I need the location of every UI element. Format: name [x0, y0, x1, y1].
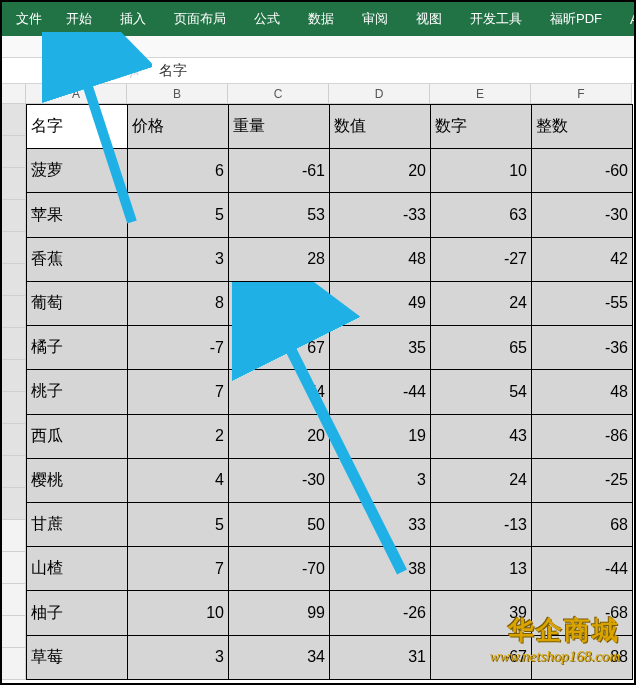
cell-value[interactable]: 10 — [128, 591, 229, 635]
cell-value[interactable]: -13 — [431, 502, 532, 546]
tab-insert[interactable]: 插入 — [106, 2, 160, 36]
cell-header[interactable]: 名字 — [27, 105, 128, 149]
fx-icon[interactable]: fx — [130, 63, 139, 79]
rowhead[interactable] — [2, 200, 26, 232]
cell-value[interactable]: 24 — [431, 458, 532, 502]
cell-value[interactable]: 74 — [229, 370, 330, 414]
confirm-icon[interactable]: ✓ — [111, 63, 122, 78]
cell-value[interactable]: -70 — [229, 547, 330, 591]
tab-formula[interactable]: 公式 — [240, 2, 294, 36]
colhead-f[interactable]: F — [531, 84, 632, 104]
tab-foxitpdf[interactable]: 福昕PDF — [536, 2, 616, 36]
cell-value[interactable]: 43 — [431, 414, 532, 458]
cell-header[interactable]: 数值 — [330, 105, 431, 149]
cell-value[interactable]: 2 — [128, 414, 229, 458]
name-box[interactable] — [2, 58, 86, 83]
cell-value[interactable]: -36 — [532, 326, 633, 370]
rowhead[interactable] — [2, 488, 26, 520]
rowhead[interactable] — [2, 552, 26, 584]
cell-value[interactable]: 20 — [229, 414, 330, 458]
colhead-a[interactable]: A — [26, 84, 127, 104]
rowhead[interactable] — [2, 136, 26, 168]
cell-value[interactable]: -44 — [532, 547, 633, 591]
colhead-d[interactable]: D — [329, 84, 430, 104]
cell-name[interactable]: 菠萝 — [27, 149, 128, 193]
cell-name[interactable]: 草莓 — [27, 635, 128, 679]
cell-name[interactable]: 葡萄 — [27, 281, 128, 325]
cell-value[interactable]: 13 — [431, 547, 532, 591]
rowhead[interactable] — [2, 168, 26, 200]
tab-layout[interactable]: 页面布局 — [160, 2, 240, 36]
cell-name[interactable]: 西瓜 — [27, 414, 128, 458]
cell-value[interactable]: 34 — [229, 635, 330, 679]
colhead-b[interactable]: B — [127, 84, 228, 104]
cell-value[interactable]: -61 — [229, 149, 330, 193]
cell-value[interactable]: 42 — [532, 237, 633, 281]
tab-abbyy[interactable]: ABBYY — [616, 2, 636, 36]
cell-value[interactable]: 99 — [229, 591, 330, 635]
rowhead[interactable] — [2, 232, 26, 264]
colhead-e[interactable]: E — [430, 84, 531, 104]
cell-value[interactable]: 31 — [330, 635, 431, 679]
cell-value[interactable]: 50 — [229, 502, 330, 546]
cell-value[interactable]: -44 — [330, 370, 431, 414]
rowhead[interactable] — [2, 360, 26, 392]
cell-value[interactable]: -7 — [128, 326, 229, 370]
cell-value[interactable]: 35 — [330, 326, 431, 370]
cell-name[interactable]: 香蕉 — [27, 237, 128, 281]
cell-value[interactable]: 7 — [128, 547, 229, 591]
rowhead[interactable] — [2, 616, 26, 648]
cell-header[interactable]: 数字 — [431, 105, 532, 149]
cell-value[interactable]: -25 — [532, 458, 633, 502]
cell-value[interactable]: 53 — [229, 193, 330, 237]
cell-header[interactable]: 整数 — [532, 105, 633, 149]
cell-name[interactable]: 柚子 — [27, 591, 128, 635]
cell-value[interactable]: 54 — [431, 370, 532, 414]
rowhead[interactable] — [2, 328, 26, 360]
cell-value[interactable]: 33 — [330, 502, 431, 546]
tab-file[interactable]: 文件 — [6, 2, 52, 36]
tab-data[interactable]: 数据 — [294, 2, 348, 36]
colhead-c[interactable]: C — [228, 84, 329, 104]
rowhead[interactable] — [2, 104, 26, 136]
cell-value[interactable]: 5 — [128, 502, 229, 546]
select-all-corner[interactable] — [2, 84, 26, 104]
cell-value[interactable]: 3 — [330, 458, 431, 502]
cell-value[interactable]: 19 — [330, 414, 431, 458]
cell-header[interactable]: 价格 — [128, 105, 229, 149]
rowhead[interactable] — [2, 296, 26, 328]
tab-view[interactable]: 视图 — [402, 2, 456, 36]
cell-name[interactable]: 山楂 — [27, 547, 128, 591]
rowhead[interactable] — [2, 392, 26, 424]
cell-value[interactable]: 4 — [128, 458, 229, 502]
cell-value[interactable]: 8 — [128, 281, 229, 325]
cell-value[interactable]: 3 — [128, 237, 229, 281]
data-table[interactable]: 名字 价格 重量 数值 数字 整数 菠萝6-612010-60苹果553-336… — [26, 104, 633, 680]
cell-value[interactable]: 7 — [128, 370, 229, 414]
cell-value[interactable]: 65 — [431, 326, 532, 370]
cell-value[interactable]: -81 — [229, 281, 330, 325]
cell-value[interactable]: -55 — [532, 281, 633, 325]
cell-name[interactable]: 甘蔗 — [27, 502, 128, 546]
cell-value[interactable]: 28 — [229, 237, 330, 281]
cell-value[interactable]: -30 — [229, 458, 330, 502]
tab-review[interactable]: 审阅 — [348, 2, 402, 36]
rowhead[interactable] — [2, 456, 26, 488]
cell-value[interactable]: -26 — [330, 591, 431, 635]
cell-value[interactable]: 63 — [431, 193, 532, 237]
cell-value[interactable]: 3 — [128, 635, 229, 679]
cell-value[interactable]: 6 — [128, 149, 229, 193]
cell-value[interactable]: 24 — [431, 281, 532, 325]
rowhead[interactable] — [2, 424, 26, 456]
cell-header[interactable]: 重量 — [229, 105, 330, 149]
cell-value[interactable]: -60 — [532, 149, 633, 193]
cell-value[interactable]: 49 — [330, 281, 431, 325]
cancel-icon[interactable]: ✕ — [92, 63, 103, 78]
cell-name[interactable]: 桃子 — [27, 370, 128, 414]
formula-value[interactable]: 名字 — [145, 62, 187, 80]
rowhead[interactable] — [2, 520, 26, 552]
tab-home[interactable]: 开始 — [52, 2, 106, 36]
cell-value[interactable]: 5 — [128, 193, 229, 237]
cell-value[interactable]: -33 — [330, 193, 431, 237]
cell-value[interactable]: 68 — [532, 502, 633, 546]
